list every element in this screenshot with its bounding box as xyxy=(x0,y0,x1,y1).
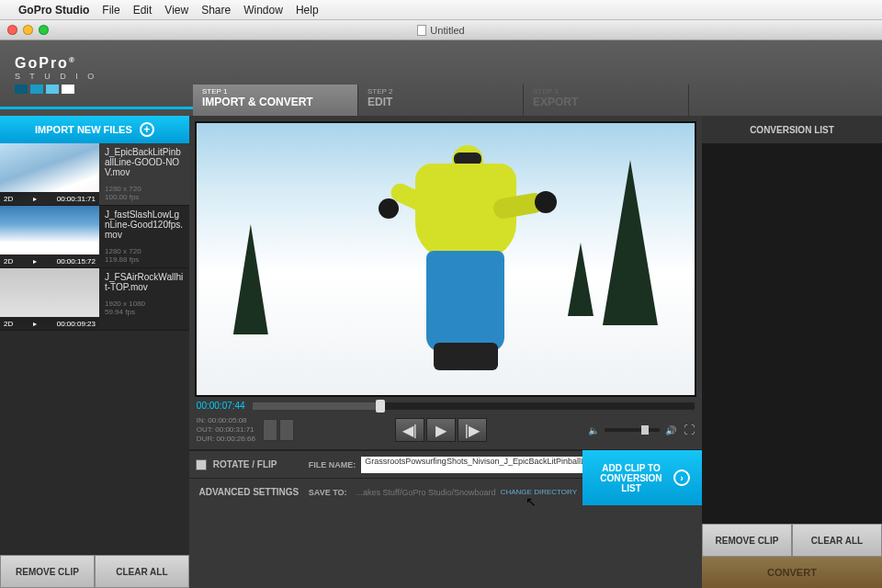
conversion-panel: CONVERSION LIST REMOVE CLIP CLEAR ALL CO… xyxy=(702,116,882,588)
gopro-logo: GoPro® S T U D I O xyxy=(15,55,97,94)
media-panel: IMPORT NEW FILES + 2D▸00:00:31:71 J_Epic… xyxy=(0,116,189,588)
app-header: GoPro® S T U D I O STEP 1 IMPORT & CONVE… xyxy=(0,40,882,116)
clip-item[interactable]: 2D▸00:00:09:23 J_FSAirRockWallhit-TOP.mo… xyxy=(0,268,189,331)
import-new-files-button[interactable]: IMPORT NEW FILES + xyxy=(0,116,189,143)
arrow-right-icon: › xyxy=(673,469,690,486)
mac-menubar: GoPro Studio File Edit View Share Window… xyxy=(0,0,882,20)
clip-item[interactable]: 2D▸00:00:31:71 J_EpicBackLitPinballLine-… xyxy=(0,143,189,206)
conversion-remove-clip-button[interactable]: REMOVE CLIP xyxy=(702,524,792,557)
menu-window[interactable]: Window xyxy=(243,4,283,17)
menu-edit[interactable]: Edit xyxy=(133,4,153,17)
in-out-readout: IN: 00:00:05:08OUT: 00:00:31:71DUR: 00:0… xyxy=(197,416,255,444)
mark-out-button[interactable] xyxy=(279,419,294,441)
video-preview[interactable] xyxy=(195,121,696,397)
convert-button[interactable]: CONVERT xyxy=(702,557,882,588)
menubar-appname[interactable]: GoPro Studio xyxy=(18,4,89,17)
step-edit[interactable]: STEP 2 EDIT xyxy=(358,85,524,116)
conversion-clear-all-button[interactable]: CLEAR ALL xyxy=(792,524,882,557)
step-forward-button[interactable]: |▶ xyxy=(458,418,487,442)
filename-input[interactable]: GrassrootsPowsurfingShots_Nivison_J_Epic… xyxy=(361,457,582,473)
saveto-path: ...akes Stuff/GoPro Studio/Snowboard Con… xyxy=(356,488,495,497)
remove-clip-button[interactable]: REMOVE CLIP xyxy=(0,555,95,588)
clip-filename: J_fastSlashLowLgnLine-Good120fps.mov xyxy=(105,209,184,240)
clear-all-button[interactable]: CLEAR ALL xyxy=(95,555,189,588)
document-icon xyxy=(417,25,426,36)
menu-help[interactable]: Help xyxy=(296,4,319,17)
advanced-settings-button[interactable]: ADVANCED SETTINGS xyxy=(189,487,309,497)
clip-filename: J_EpicBackLitPinballLine-GOOD-NOV.mov xyxy=(105,147,184,177)
add-to-conversion-list-button[interactable]: ADD CLIP TO CONVERSION LIST › xyxy=(582,450,702,505)
plus-icon: + xyxy=(140,122,154,137)
conversion-list-body xyxy=(702,143,882,524)
scrub-bar[interactable] xyxy=(253,402,695,410)
clip-item[interactable]: 2D▸00:00:15:72 J_fastSlashLowLgnLine-Goo… xyxy=(0,206,189,268)
volume-slider[interactable] xyxy=(605,428,660,432)
volume-low-icon: 🔈 xyxy=(588,425,599,435)
saveto-label: SAVE TO: xyxy=(309,488,347,497)
fullscreen-button[interactable]: ⛶ xyxy=(684,424,695,436)
window-minimize-button[interactable] xyxy=(23,25,33,35)
clip-thumbnail: 2D▸00:00:09:23 xyxy=(0,268,99,330)
menu-file[interactable]: File xyxy=(102,4,119,17)
rotate-flip-label: ROTATE / FLIP xyxy=(213,459,309,469)
window-zoom-button[interactable] xyxy=(39,25,49,35)
playhead-timecode: 00:00:07:44 xyxy=(197,401,245,411)
step-import-convert[interactable]: STEP 1 IMPORT & CONVERT xyxy=(193,85,358,116)
menu-view[interactable]: View xyxy=(164,4,188,17)
step-back-button[interactable]: ◀| xyxy=(395,418,424,442)
viewer-panel: 00:00:07:44 IN: 00:00:05:08OUT: 00:00:31… xyxy=(189,116,702,588)
window-close-button[interactable] xyxy=(7,25,17,35)
play-button[interactable]: ▶ xyxy=(426,418,456,442)
filename-label: FILE NAME: xyxy=(309,460,356,469)
clip-thumbnail: 2D▸00:00:15:72 xyxy=(0,206,99,267)
clip-filename: J_FSAirRockWallhit-TOP.mov xyxy=(105,272,184,292)
window-titlebar: Untitled xyxy=(0,20,882,40)
change-directory-link[interactable]: CHANGE DIRECTORY xyxy=(501,488,577,496)
rotate-flip-checkbox[interactable] xyxy=(196,459,207,470)
menu-share[interactable]: Share xyxy=(201,4,231,17)
mark-in-button[interactable] xyxy=(263,419,277,441)
step-export: STEP 3 EXPORT xyxy=(524,85,689,116)
clip-thumbnail: 2D▸00:00:31:71 xyxy=(0,143,99,205)
window-title-text: Untitled xyxy=(430,25,464,36)
conversion-list-header: CONVERSION LIST xyxy=(702,116,882,143)
volume-high-icon: 🔊 xyxy=(665,425,676,435)
